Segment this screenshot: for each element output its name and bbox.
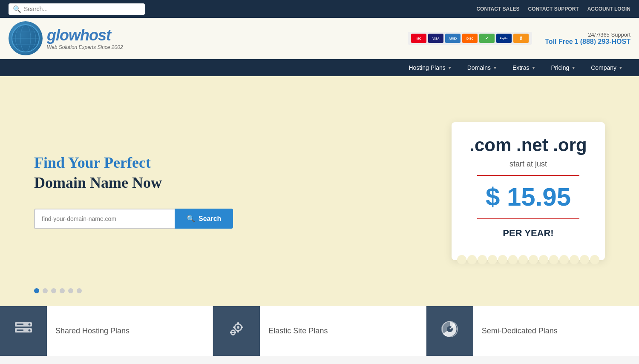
account-login-link[interactable]: ACCOUNT LOGIN <box>587 6 630 12</box>
payment-icons: MC VISA AMEX DISC ✓ PayPal ₿ <box>408 32 532 45</box>
nav-hosting-plans[interactable]: Hosting Plans ▼ <box>401 59 459 76</box>
carousel-dots <box>34 288 82 293</box>
carousel-dot-6[interactable] <box>77 288 82 293</box>
shared-hosting-icon-box <box>0 306 47 356</box>
semi-dedicated-icon-box <box>426 306 473 356</box>
semi-dedicated-content: Semi-Dedicated Plans <box>473 306 639 356</box>
search-icon: 🔍 <box>13 5 21 13</box>
semi-dedicated-card[interactable]: Semi-Dedicated Plans <box>426 306 639 356</box>
gear-icon <box>226 319 247 343</box>
elastic-site-icon-box <box>213 306 260 356</box>
logo-subtitle: Web Solution Experts Since 2002 <box>47 44 123 50</box>
svg-rect-24 <box>234 332 236 333</box>
svg-rect-17 <box>233 327 235 328</box>
check-icon: ✓ <box>479 34 495 43</box>
svg-point-14 <box>237 326 239 329</box>
discover-icon: DISC <box>462 34 478 43</box>
visa-icon: VISA <box>428 34 443 43</box>
top-search-bar[interactable]: 🔍 <box>9 3 145 15</box>
header-right: MC VISA AMEX DISC ✓ PayPal ₿ 24/7/365 Su… <box>408 32 630 46</box>
toll-free-number: 1 (888) 293-HOST <box>574 38 630 45</box>
chevron-down-icon: ▼ <box>619 66 623 70</box>
mastercard-icon: MC <box>411 34 426 43</box>
toll-free-label: Toll Free <box>545 38 573 45</box>
chevron-down-icon: ▼ <box>532 66 536 70</box>
divider-bottom <box>477 218 579 219</box>
svg-rect-23 <box>230 332 232 333</box>
pie-chart-icon <box>440 319 460 343</box>
server-icon <box>13 319 34 343</box>
navbar: Hosting Plans ▼ Domains ▼ Extras ▼ Prici… <box>0 59 639 76</box>
paypal-icon: PayPal <box>496 34 512 43</box>
payment-support: MC VISA AMEX DISC ✓ PayPal ₿ 24/7/365 Su… <box>408 32 630 46</box>
svg-rect-15 <box>237 322 239 324</box>
domain-search-input[interactable] <box>34 209 175 229</box>
elastic-site-content: Elastic Site Plans <box>260 306 426 356</box>
nav-extras[interactable]: Extras ▼ <box>505 59 544 76</box>
hero-heading-line1: Find Your Perfect <box>34 154 268 172</box>
svg-point-20 <box>232 332 234 333</box>
shared-hosting-label: Shared Hosting Plans <box>55 327 130 335</box>
top-search-input[interactable] <box>24 6 141 12</box>
domain-search-button[interactable]: 🔍 Search <box>175 209 233 229</box>
carousel-dot-5[interactable] <box>68 288 73 293</box>
svg-point-10 <box>29 330 31 332</box>
svg-point-9 <box>29 324 31 326</box>
start-at-text: start at just <box>464 160 592 169</box>
carousel-dot-2[interactable] <box>43 288 48 293</box>
semi-dedicated-label: Semi-Dedicated Plans <box>482 327 558 335</box>
chevron-down-icon: ▼ <box>571 66 576 70</box>
domain-search-row: 🔍 Search <box>34 209 268 229</box>
nav-company[interactable]: Company ▼ <box>583 59 630 76</box>
search-icon: 🔍 <box>187 215 195 223</box>
support-info: 24/7/365 Support Toll Free 1 (888) 293-H… <box>545 32 630 46</box>
per-year-text: PER YEAR! <box>464 228 592 239</box>
elastic-site-card[interactable]: Elastic Site Plans <box>213 306 426 356</box>
carousel-dot-3[interactable] <box>51 288 56 293</box>
top-links: CONTACT SALES CONTACT SUPPORT ACCOUNT LO… <box>476 6 630 12</box>
support-247-text: 24/7/365 Support <box>545 32 630 38</box>
amex-icon: AMEX <box>445 34 461 43</box>
header: glowhost Web Solution Experts Since 2002… <box>0 18 639 59</box>
hero-heading-line2: Domain Name Now <box>34 174 268 192</box>
svg-rect-22 <box>233 334 234 335</box>
nav-pricing[interactable]: Pricing ▼ <box>543 59 583 76</box>
svg-rect-11 <box>17 324 23 325</box>
top-bar: 🔍 CONTACT SALES CONTACT SUPPORT ACCOUNT … <box>0 0 639 18</box>
bitcoin-icon: ₿ <box>513 34 529 43</box>
svg-rect-12 <box>17 330 23 331</box>
divider-top <box>477 175 579 176</box>
svg-rect-18 <box>241 327 243 328</box>
toll-free: Toll Free 1 (888) 293-HOST <box>545 38 630 46</box>
shared-hosting-card[interactable]: Shared Hosting Plans <box>0 306 213 356</box>
contact-support-link[interactable]: CONTACT SUPPORT <box>528 6 579 12</box>
hero-section: Find Your Perfect Domain Name Now 🔍 Sear… <box>0 76 639 306</box>
nav-domains[interactable]: Domains ▼ <box>460 59 505 76</box>
logo-globe <box>9 21 43 55</box>
domain-extensions: .com .net .org <box>464 135 592 155</box>
elastic-site-label: Elastic Site Plans <box>268 327 328 335</box>
price-display: $ 15.95 <box>464 184 592 210</box>
bottom-cards: Shared Hosting Plans <box>0 306 639 356</box>
chevron-down-icon: ▼ <box>493 66 497 70</box>
domain-price-card: .com .net .org start at just $ 15.95 PER… <box>452 122 605 260</box>
hero-left: Find Your Perfect Domain Name Now 🔍 Sear… <box>34 154 268 229</box>
carousel-dot-4[interactable] <box>60 288 65 293</box>
svg-rect-21 <box>233 330 234 331</box>
shared-hosting-content: Shared Hosting Plans <box>47 306 213 356</box>
chevron-down-icon: ▼ <box>448 66 452 70</box>
logo-text: glowhost Web Solution Experts Since 2002 <box>47 26 123 50</box>
svg-rect-16 <box>237 330 239 332</box>
logo-area: glowhost Web Solution Experts Since 2002 <box>9 21 123 55</box>
carousel-dot-1[interactable] <box>34 288 39 293</box>
search-button-label: Search <box>199 215 221 223</box>
logo-title: glowhost <box>47 26 123 44</box>
contact-sales-link[interactable]: CONTACT SALES <box>476 6 519 12</box>
scallop-decoration <box>452 255 605 265</box>
